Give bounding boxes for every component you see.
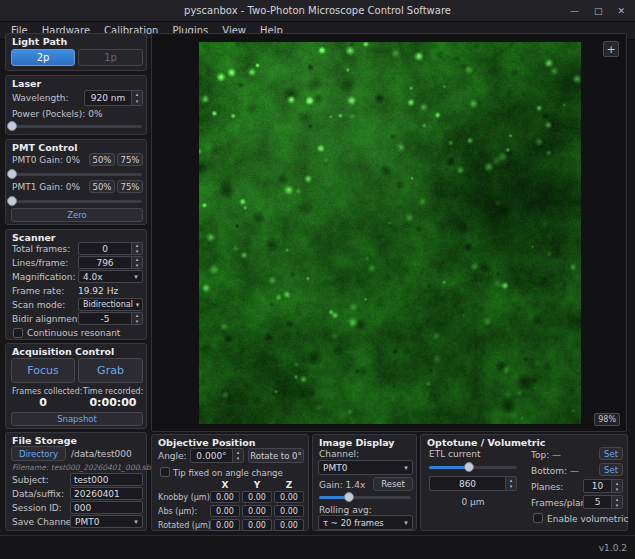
zoom-badge: 98% [594, 413, 620, 426]
acquisition-title: Acquisition Control [12, 346, 114, 357]
spin-down-icon[interactable]: ▾ [132, 98, 142, 105]
rotated-label: Rotated (μm): [158, 521, 214, 530]
optotune-panel: Optotune / Volumetric ETL current 860 ▴▾… [420, 434, 628, 531]
microscope-image[interactable] [199, 42, 581, 424]
etl-current-slider[interactable] [429, 461, 517, 473]
spinner-arrows[interactable]: ▴▾ [611, 496, 622, 508]
spin-down-icon[interactable]: ▾ [612, 502, 622, 508]
set-bottom-button[interactable]: Set [599, 463, 623, 476]
rotated-y-field[interactable]: 0.00 [242, 519, 272, 531]
planes-spinner[interactable]: 10 ▴▾ [583, 479, 623, 493]
frame-rate-value: 19.92 Hz [78, 286, 118, 296]
slider-handle[interactable] [7, 121, 17, 131]
total-frames-spinner[interactable]: 0 ▴▾ [78, 242, 143, 255]
spin-up-icon[interactable]: ▴ [132, 91, 142, 98]
abs-z-field[interactable]: 0.00 [274, 505, 304, 517]
add-roi-button[interactable]: + [603, 41, 619, 57]
pmt0-50-button[interactable]: 50% [89, 153, 115, 166]
objective-title: Objective Position [158, 437, 255, 448]
scan-mode-select[interactable]: Bidirectional ▾ [78, 298, 143, 311]
spin-down-icon[interactable]: ▾ [132, 263, 142, 269]
angle-spinner[interactable]: 0.000° ▴▾ [190, 448, 244, 463]
image-display-title: Image Display [319, 437, 395, 448]
spinner-arrows[interactable]: ▴▾ [131, 313, 142, 324]
knobby-z-field[interactable]: 0.00 [274, 491, 304, 503]
spinner-arrows[interactable]: ▴▾ [131, 257, 142, 268]
magnification-select[interactable]: 4.0x ▾ [78, 270, 143, 283]
rotated-z-field[interactable]: 0.00 [274, 519, 304, 531]
pmt0-75-button[interactable]: 75% [117, 153, 143, 166]
maximize-icon[interactable]: □ [594, 6, 603, 16]
abs-label: Abs (μm): [158, 507, 197, 516]
tip-fixed-checkbox[interactable] [160, 467, 170, 477]
magnification-label: Magnification: [12, 272, 76, 282]
knobby-x-field[interactable]: 0.00 [210, 491, 240, 503]
laser-power-slider[interactable] [12, 120, 142, 132]
wavelength-spinner[interactable]: 920 nm ▴▾ [84, 90, 143, 106]
etl-current-spinner[interactable]: 860 ▴▾ [429, 476, 517, 491]
chevron-down-icon: ▾ [133, 301, 142, 309]
spinner-arrows[interactable]: ▴▾ [505, 477, 516, 490]
focus-button[interactable]: Focus [11, 358, 75, 383]
spin-down-icon[interactable]: ▾ [132, 319, 142, 325]
spin-down-icon[interactable]: ▾ [506, 484, 516, 491]
set-top-button[interactable]: Set [599, 447, 623, 460]
bottom-plane-label: Bottom: — [531, 466, 579, 476]
spin-down-icon[interactable]: ▾ [233, 456, 243, 463]
directory-button[interactable]: Directory [11, 446, 66, 461]
save-channels-value: PMT0 [71, 517, 130, 527]
spinner-arrows[interactable]: ▴▾ [232, 449, 243, 462]
continuous-resonant-checkbox[interactable] [13, 328, 23, 338]
chevron-down-icon: ▾ [400, 519, 412, 527]
save-channels-select[interactable]: PMT0 ▾ [70, 515, 143, 528]
knobby-y-field[interactable]: 0.00 [242, 491, 272, 503]
channel-select[interactable]: PMT0 ▾ [318, 460, 413, 475]
spin-down-icon[interactable]: ▾ [612, 486, 622, 492]
frames-plane-spinner[interactable]: 5 ▴▾ [583, 495, 623, 509]
rotate-to-zero-button[interactable]: Rotate to 0° [248, 448, 304, 463]
app-window: pyscanbox - Two-Photon Microscope Contro… [0, 0, 635, 559]
rolling-avg-select[interactable]: τ ~ 20 frames ▾ [318, 515, 413, 530]
slider-track [12, 200, 142, 203]
total-frames-value: 0 [79, 244, 131, 254]
laser-title: Laser [12, 78, 41, 89]
spinner-arrows[interactable]: ▴▾ [611, 480, 622, 492]
chevron-down-icon: ▾ [130, 273, 142, 281]
rolling-avg-label: Rolling avg: [319, 505, 372, 515]
rotated-x-field[interactable]: 0.00 [210, 519, 240, 531]
close-icon[interactable]: ✕ [617, 6, 625, 16]
pmt-zero-button[interactable]: Zero [11, 208, 143, 222]
abs-x-field[interactable]: 0.00 [210, 505, 240, 517]
objective-panel: Objective Position Angle: 0.000° ▴▾ Rota… [151, 434, 309, 531]
wavelength-spinner-arrows[interactable]: ▴▾ [131, 91, 142, 105]
slider-handle[interactable] [7, 196, 17, 206]
slider-handle[interactable] [344, 492, 354, 502]
grab-button[interactable]: Grab [78, 358, 143, 383]
minimize-icon[interactable]: — [570, 6, 579, 16]
pmt0-gain-slider[interactable] [12, 168, 142, 180]
slider-handle[interactable] [7, 169, 17, 179]
snapshot-button[interactable]: Snapshot [11, 412, 143, 426]
spinner-arrows[interactable]: ▴▾ [131, 243, 142, 254]
slider-handle[interactable] [464, 462, 474, 472]
title-bar[interactable]: pyscanbox - Two-Photon Microscope Contro… [0, 0, 635, 22]
subject-field[interactable]: test000 [70, 473, 143, 486]
bidir-alignment-spinner[interactable]: -5 ▴▾ [78, 312, 143, 325]
pmt1-gain-slider[interactable] [12, 195, 142, 207]
session-id-field[interactable]: 000 [70, 501, 143, 514]
wavelength-value: 920 nm [85, 93, 131, 103]
light-path-2p-button[interactable]: 2p [11, 49, 75, 66]
time-recorded-value: 0:00:00 [83, 396, 143, 409]
enable-volumetric-checkbox[interactable] [533, 513, 543, 523]
pmt0-gain-label: PMT0 Gain: 0% [12, 155, 80, 165]
pmt-title: PMT Control [12, 142, 77, 153]
gain-slider[interactable] [319, 491, 411, 503]
light-path-1p-button[interactable]: 1p [78, 49, 143, 66]
abs-y-field[interactable]: 0.00 [242, 505, 272, 517]
pmt1-50-button[interactable]: 50% [89, 180, 115, 193]
pmt1-75-button[interactable]: 75% [117, 180, 143, 193]
gain-reset-button[interactable]: Reset [373, 477, 413, 491]
lines-frame-spinner[interactable]: 796 ▴▾ [78, 256, 143, 269]
data-suffix-field[interactable]: 20260401 [70, 487, 143, 500]
spin-down-icon[interactable]: ▾ [132, 249, 142, 255]
